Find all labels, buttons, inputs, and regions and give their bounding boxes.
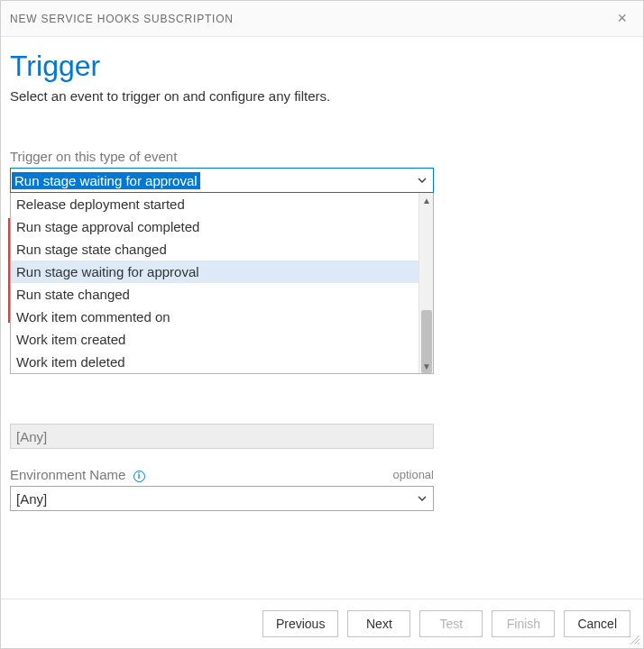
event-type-dropdown: Release deployment startedRun stage appr… — [10, 193, 434, 374]
chevron-down-icon[interactable] — [417, 493, 428, 504]
cancel-button[interactable]: Cancel — [564, 610, 630, 637]
event-type-option[interactable]: Work item commented on — [11, 306, 433, 328]
page-title: Trigger — [10, 50, 634, 83]
finish-button: Finish — [492, 610, 555, 637]
event-type-combo-wrap: Run stage waiting for approval Release d… — [10, 168, 434, 193]
info-icon[interactable]: i — [133, 471, 145, 482]
event-type-label: Trigger on this type of event — [10, 149, 177, 164]
pipeline-field-disabled: [Any] — [10, 424, 434, 449]
event-type-option[interactable]: Run stage approval completed — [11, 215, 433, 238]
dropdown-scrollbar[interactable]: ▲ ▼ — [419, 193, 433, 373]
next-button[interactable]: Next — [347, 610, 410, 637]
page-subtitle: Select an event to trigger on and config… — [10, 88, 634, 104]
event-type-selected-text: Run stage waiting for approval — [12, 172, 200, 189]
dialog-window: NEW SERVICE HOOKS SUBSCRIPTION × Trigger… — [0, 0, 644, 649]
environment-combo-value: [Any] — [16, 491, 47, 507]
event-type-option[interactable]: Run state changed — [11, 283, 433, 306]
dialog-body: Trigger Select an event to trigger on an… — [1, 37, 643, 599]
dialog-footer: Previous Next Test Finish Cancel — [1, 599, 643, 648]
environment-combo[interactable]: [Any] — [10, 486, 434, 511]
resize-grip-icon[interactable] — [628, 633, 640, 645]
scroll-down-icon[interactable]: ▼ — [419, 359, 434, 373]
event-type-option[interactable]: Release deployment started — [11, 193, 433, 215]
optional-label: optional — [392, 468, 434, 481]
event-type-option[interactable]: Run stage state changed — [11, 238, 433, 261]
test-button: Test — [419, 610, 483, 637]
titlebar: NEW SERVICE HOOKS SUBSCRIPTION × — [1, 1, 643, 37]
close-icon[interactable]: × — [612, 5, 632, 32]
lower-fields: [Any] Environment Name i optional [Any] — [10, 424, 634, 511]
titlebar-title: NEW SERVICE HOOKS SUBSCRIPTION — [10, 13, 234, 25]
previous-button[interactable]: Previous — [262, 610, 338, 637]
event-type-option[interactable]: Work item created — [11, 328, 433, 351]
event-type-option[interactable]: Work item deleted — [11, 351, 433, 373]
pipeline-field-value: [Any] — [16, 429, 47, 444]
event-type-option[interactable]: Run stage waiting for approval — [11, 261, 433, 283]
environment-label: Environment Name — [10, 467, 125, 482]
scroll-up-icon[interactable]: ▲ — [419, 193, 434, 207]
event-type-combo[interactable]: Run stage waiting for approval — [10, 168, 434, 193]
svg-line-2 — [638, 643, 639, 644]
chevron-down-icon[interactable] — [417, 175, 428, 186]
